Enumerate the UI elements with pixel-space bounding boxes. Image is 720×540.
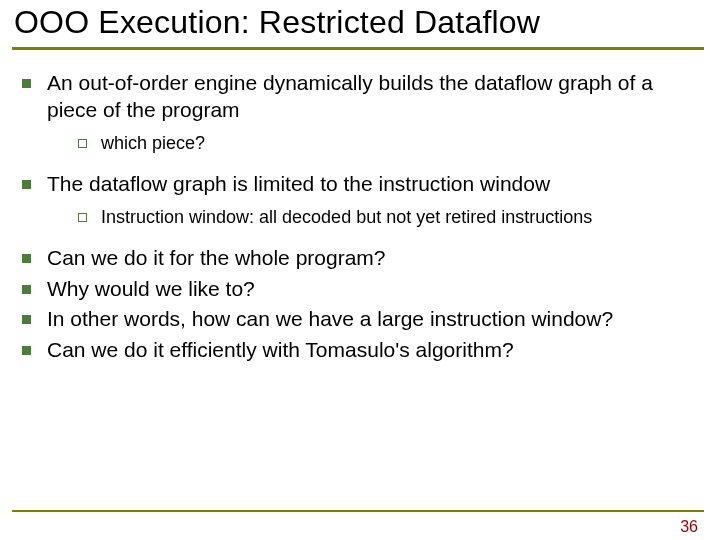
bullet-level1: In other words, how can we have a large … — [14, 306, 706, 333]
bullet-text: which piece? — [101, 132, 706, 155]
footer-rule — [12, 510, 704, 512]
bullet-text: The dataflow graph is limited to the ins… — [47, 171, 706, 198]
bullet-level2: which piece? — [78, 132, 706, 155]
bullet-level1: The dataflow graph is limited to the ins… — [14, 171, 706, 198]
square-bullet-icon — [22, 346, 31, 355]
bullet-text: Can we do it efficiently with Tomasulo's… — [47, 337, 706, 364]
content-area: An out-of-order engine dynamically build… — [14, 70, 706, 364]
bullet-level2: Instruction window: all decoded but not … — [78, 206, 706, 229]
square-bullet-icon — [22, 254, 31, 263]
square-bullet-icon — [22, 180, 31, 189]
bullet-level1: An out-of-order engine dynamically build… — [14, 70, 706, 124]
slide-title: OOO Execution: Restricted Dataflow — [14, 4, 720, 41]
bullet-text: Can we do it for the whole program? — [47, 245, 706, 272]
bullet-level1: Can we do it for the whole program? — [14, 245, 706, 272]
square-bullet-icon — [22, 285, 31, 294]
hollow-square-icon — [78, 213, 87, 222]
bullet-text: In other words, how can we have a large … — [47, 306, 706, 333]
slide: OOO Execution: Restricted Dataflow An ou… — [0, 4, 720, 540]
title-underline — [12, 47, 704, 50]
bullet-text: Why would we like to? — [47, 276, 706, 303]
bullet-text: An out-of-order engine dynamically build… — [47, 70, 706, 124]
bullet-level1: Why would we like to? — [14, 276, 706, 303]
bullet-text: Instruction window: all decoded but not … — [101, 206, 706, 229]
bullet-level1: Can we do it efficiently with Tomasulo's… — [14, 337, 706, 364]
square-bullet-icon — [22, 79, 31, 88]
page-number: 36 — [680, 518, 698, 536]
hollow-square-icon — [78, 139, 87, 148]
square-bullet-icon — [22, 315, 31, 324]
